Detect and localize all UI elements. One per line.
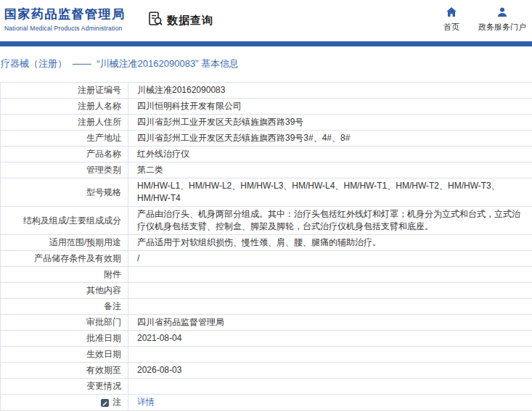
row-value: 四川恒明科技开发有限公司	[128, 99, 532, 114]
row-label-text: 注	[112, 396, 121, 408]
row-value: HM/HW-L1、HM/HW-L2、HM/HW-L3、HM/HW-L4、HM/H…	[128, 178, 532, 206]
row-value: 2021-08-04	[128, 331, 532, 346]
row-value: 川械注准20162090083	[128, 83, 532, 98]
nav-home-label: 首页	[443, 22, 459, 33]
row-label: 生产地址	[1, 131, 128, 146]
table-row: 其他内容	[1, 283, 532, 299]
row-value: 产品由治疗头、机身两部分组成。其中：治疗头包括红外线灯和灯罩；机身分为立式和台式…	[128, 207, 532, 234]
table-row: 产品名称 红外线治疗仪	[1, 147, 532, 162]
table-row: 注册人住所 四川省彭州工业开发区天彭镇旌旗西路39号	[1, 115, 532, 131]
row-label: 产品储存条件及有效期	[1, 251, 128, 266]
nav-portal-label: 政务服务门户	[478, 22, 526, 33]
table-row: 有效期至 2026-08-03	[1, 363, 532, 379]
row-value: 四川省彭州工业开发区天彭镇旌旗西路39号	[128, 115, 532, 130]
row-label: 结构及组成/主要组成成分	[1, 207, 128, 234]
header-divider-bar	[0, 41, 532, 46]
row-label: 其他内容	[1, 283, 128, 298]
row-label: 批准日期	[1, 331, 128, 346]
detail-link[interactable]: 详情	[137, 396, 155, 408]
table-row: 批准日期 2021-08-04	[1, 331, 532, 347]
row-value: 详情	[128, 395, 532, 410]
table-row: 附件	[1, 267, 532, 283]
row-label: 有效期至	[1, 363, 128, 378]
site-logo[interactable]: 国家药品监督管理局 National Medical Products Admi…	[4, 6, 126, 32]
breadcrumb: 疗器械（注册） —— “川械注准20162090083” 基本信息	[0, 46, 532, 70]
row-label: 注册人名称	[1, 99, 128, 114]
table-row: 生效日期	[1, 347, 532, 363]
table-row: 注 详情	[1, 395, 532, 411]
table-row: 生产地址 四川省彭州工业开发区天彭镇旌旗西路39号3#、4#、8#	[1, 131, 532, 147]
site-title: 国家药品监督管理局	[4, 6, 126, 22]
row-label: 适用范围/预期用途	[1, 235, 128, 250]
row-value	[128, 299, 532, 314]
row-label: 注册人住所	[1, 115, 128, 130]
table-row: 管理类别 第二类	[1, 162, 532, 178]
breadcrumb-separator: ——	[73, 58, 91, 69]
row-value: 第二类	[128, 162, 532, 178]
row-label: 注册证编号	[1, 83, 128, 98]
breadcrumb-category: 疗器械（注册）	[1, 58, 67, 69]
row-label: 备注	[1, 299, 128, 314]
row-value	[128, 283, 532, 298]
table-row: 适用范围/预期用途 产品适用于对软组织损伤、慢性颈、肩、腰、腿痛的辅助治疗。	[1, 235, 532, 251]
row-label: 生效日期	[1, 347, 128, 362]
row-value: 产品适用于对软组织损伤、慢性颈、肩、腰、腿痛的辅助治疗。	[128, 235, 532, 250]
site-subtitle: National Medical Products Administration	[4, 25, 126, 32]
row-value: 2026-08-03	[128, 363, 532, 378]
data-query-section: 数据查询	[147, 11, 213, 30]
page: 国家药品监督管理局 National Medical Products Admi…	[0, 0, 532, 412]
row-label: 管理类别	[1, 162, 128, 178]
row-label: 变更情况	[1, 379, 128, 394]
row-value	[128, 267, 532, 282]
data-query-icon	[147, 11, 163, 30]
nav-home[interactable]: 首页	[443, 7, 459, 33]
row-value: /	[128, 251, 532, 266]
site-header: 国家药品监督管理局 National Medical Products Admi…	[0, 0, 532, 41]
section-title: 数据查询	[167, 14, 213, 28]
row-value: 红外线治疗仪	[128, 147, 532, 162]
row-label: 审批部门	[1, 315, 128, 330]
table-row: 型号规格 HM/HW-L1、HM/HW-L2、HM/HW-L3、HM/HW-L4…	[1, 178, 532, 207]
home-icon	[446, 7, 457, 20]
row-value: 四川省药品监督管理局	[128, 315, 532, 330]
registration-info-table: 注册证编号 川械注准20162090083 注册人名称 四川恒明科技开发有限公司…	[0, 82, 532, 411]
table-row: 备注	[1, 299, 532, 315]
row-value	[128, 347, 532, 362]
row-value	[128, 379, 532, 394]
table-row: 注册人名称 四川恒明科技开发有限公司	[1, 99, 532, 115]
user-icon	[496, 7, 508, 20]
page-title: “川械注准20162090083” 基本信息	[97, 58, 239, 69]
table-row: 产品储存条件及有效期 /	[1, 251, 532, 267]
row-label: 注	[1, 395, 128, 410]
row-value: 四川省彭州工业开发区天彭镇旌旗西路39号3#、4#、8#	[128, 131, 532, 146]
row-label: 产品名称	[1, 147, 128, 162]
table-row: 结构及组成/主要组成成分 产品由治疗头、机身两部分组成。其中：治疗头包括红外线灯…	[1, 207, 532, 235]
nav-portal[interactable]: 政务服务门户	[478, 7, 526, 33]
table-row: 变更情况	[1, 379, 532, 395]
table-row: 审批部门 四川省药品监督管理局	[1, 315, 532, 331]
row-label: 型号规格	[1, 178, 128, 206]
table-row: 注册证编号 川械注准20162090083	[1, 83, 532, 99]
row-label: 附件	[1, 267, 128, 282]
note-icon	[100, 398, 110, 408]
top-nav: 首页 政务服务门户	[443, 7, 526, 33]
